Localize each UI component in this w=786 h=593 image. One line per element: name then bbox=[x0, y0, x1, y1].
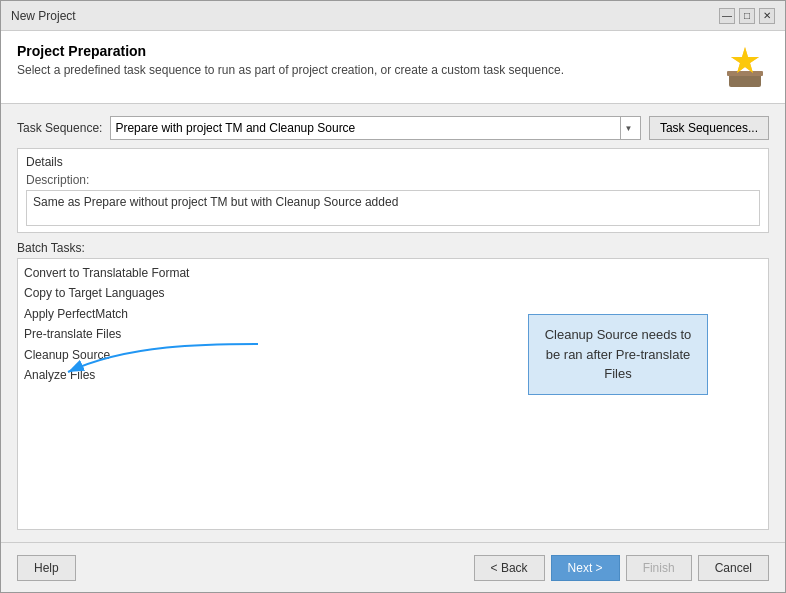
page-subtitle: Select a predefined task sequence to run… bbox=[17, 63, 564, 77]
header-icon bbox=[721, 43, 769, 91]
details-label: Details bbox=[26, 155, 760, 169]
window-title: New Project bbox=[11, 9, 76, 23]
list-item: Copy to Target Languages bbox=[24, 283, 762, 303]
task-sequence-row: Task Sequence: Prepare with project TM a… bbox=[17, 116, 769, 140]
restore-button[interactable]: □ bbox=[739, 8, 755, 24]
task-sequence-value: Prepare with project TM and Cleanup Sour… bbox=[115, 121, 620, 135]
window-controls: — □ ✕ bbox=[719, 8, 775, 24]
wizard-icon bbox=[721, 43, 769, 91]
dropdown-arrow-icon: ▼ bbox=[620, 117, 636, 139]
batch-tasks-list: Convert to Translatable FormatCopy to Ta… bbox=[17, 258, 769, 530]
description-label: Description: bbox=[26, 173, 760, 187]
header-text: Project Preparation Select a predefined … bbox=[17, 43, 564, 77]
new-project-window: New Project — □ ✕ Project Preparation Se… bbox=[0, 0, 786, 593]
cancel-button[interactable]: Cancel bbox=[698, 555, 769, 581]
footer-left: Help bbox=[17, 555, 76, 581]
description-text: Same as Prepare without project TM but w… bbox=[26, 190, 760, 226]
finish-button[interactable]: Finish bbox=[626, 555, 692, 581]
next-button[interactable]: Next > bbox=[551, 555, 620, 581]
annotation-text: Cleanup Source needs to be ran after Pre… bbox=[545, 327, 692, 381]
main-content: Task Sequence: Prepare with project TM a… bbox=[1, 104, 785, 542]
footer: Help < Back Next > Finish Cancel bbox=[1, 542, 785, 592]
title-bar: New Project — □ ✕ bbox=[1, 1, 785, 31]
list-item: Convert to Translatable Format bbox=[24, 263, 762, 283]
batch-tasks-label: Batch Tasks: bbox=[17, 241, 769, 255]
batch-tasks-section: Batch Tasks: Convert to Translatable For… bbox=[17, 241, 769, 530]
close-button[interactable]: ✕ bbox=[759, 8, 775, 24]
help-button[interactable]: Help bbox=[17, 555, 76, 581]
footer-right: < Back Next > Finish Cancel bbox=[474, 555, 769, 581]
svg-marker-3 bbox=[731, 47, 759, 73]
task-sequence-dropdown[interactable]: Prepare with project TM and Cleanup Sour… bbox=[110, 116, 641, 140]
back-button[interactable]: < Back bbox=[474, 555, 545, 581]
task-sequences-button[interactable]: Task Sequences... bbox=[649, 116, 769, 140]
minimize-button[interactable]: — bbox=[719, 8, 735, 24]
details-section: Details Description: Same as Prepare wit… bbox=[17, 148, 769, 233]
header-section: Project Preparation Select a predefined … bbox=[1, 31, 785, 104]
svg-rect-1 bbox=[727, 71, 763, 76]
page-title: Project Preparation bbox=[17, 43, 564, 59]
annotation-box: Cleanup Source needs to be ran after Pre… bbox=[528, 314, 708, 395]
task-sequence-label: Task Sequence: bbox=[17, 121, 102, 135]
